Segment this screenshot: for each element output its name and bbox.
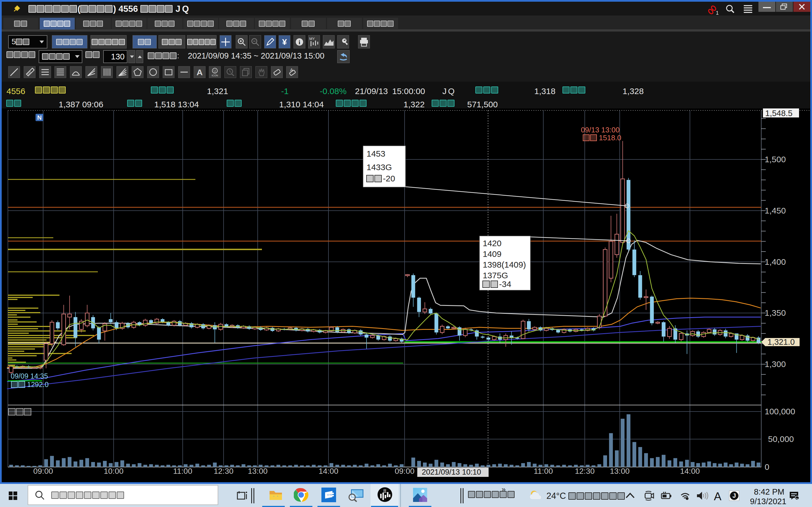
svg-text:1,548.5: 1,548.5 (765, 109, 793, 118)
svg-text:MY: MY (309, 37, 315, 41)
svg-text:1453: 1453 (366, 149, 386, 158)
svg-text:1,450: 1,450 (765, 206, 786, 215)
svg-text:i: i (299, 39, 300, 46)
svg-text:11:00: 11:00 (534, 467, 553, 475)
svg-text:1433G: 1433G (366, 163, 392, 172)
svg-text:ICON: ICON (212, 74, 218, 77)
svg-text:1409: 1409 (483, 249, 502, 259)
svg-text:100,000: 100,000 (765, 407, 795, 416)
svg-text:1: 1 (716, 10, 719, 15)
svg-text:R: R (384, 489, 386, 493)
svg-text:1,400: 1,400 (765, 257, 786, 267)
svg-text:10:00: 10:00 (104, 467, 123, 475)
svg-text:1398(1409): 1398(1409) (483, 260, 526, 269)
svg-text:1420: 1420 (483, 238, 502, 248)
svg-text:50,000: 50,000 (768, 434, 794, 444)
svg-text:09/09 14:35: 09/09 14:35 (11, 372, 48, 380)
svg-text:1,350: 1,350 (765, 308, 786, 318)
svg-text:1,500: 1,500 (765, 155, 786, 164)
svg-text:13:00: 13:00 (248, 467, 267, 475)
svg-text:1292.0: 1292.0 (27, 381, 49, 388)
svg-text:09/13 13:00: 09/13 13:00 (581, 126, 619, 134)
svg-text:14:00: 14:00 (319, 467, 338, 475)
svg-text:12:30: 12:30 (575, 467, 595, 475)
svg-text:12:30: 12:30 (214, 467, 234, 475)
svg-text:11:00: 11:00 (173, 467, 192, 475)
svg-text:A: A (197, 68, 203, 77)
svg-text:1518.0: 1518.0 (599, 133, 621, 142)
svg-text:-34: -34 (499, 279, 511, 289)
svg-text:09:00: 09:00 (395, 467, 414, 475)
svg-text:09:00: 09:00 (33, 467, 53, 475)
svg-text:1,321.0: 1,321.0 (767, 337, 795, 346)
svg-text:13:00: 13:00 (610, 467, 629, 475)
svg-text:12:00: 12:00 (327, 494, 333, 496)
svg-text:0: 0 (765, 462, 769, 471)
svg-text:-20: -20 (383, 174, 395, 183)
svg-text:14:00: 14:00 (680, 467, 700, 475)
svg-text:1,300: 1,300 (765, 359, 786, 369)
svg-text:¥: ¥ (282, 37, 287, 47)
svg-text:1375G: 1375G (483, 271, 508, 280)
svg-text:N: N (37, 114, 42, 121)
svg-text:2021/09/13 10:10: 2021/09/13 10:10 (422, 468, 481, 476)
